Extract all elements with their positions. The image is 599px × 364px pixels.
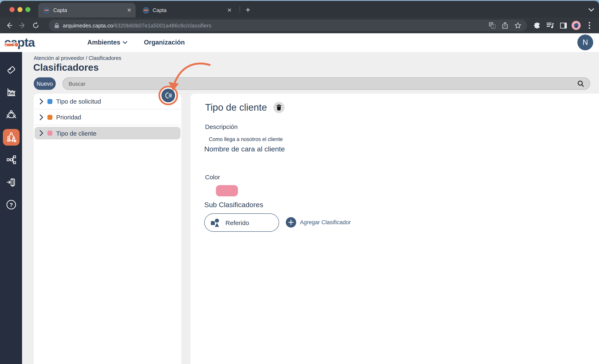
capta-logo-text: capta	[4, 35, 35, 49]
profile-avatar[interactable]	[572, 21, 581, 30]
chevron-right-icon[interactable]	[40, 130, 44, 136]
url-path: /6320b60b07e1a5001a486c8c/classifiers	[113, 22, 211, 29]
collapse-list-icon	[164, 92, 172, 99]
classifier-color-swatch	[47, 115, 53, 120]
tree-item-tipo-de-cliente[interactable]: Tipo de cliente	[34, 125, 181, 141]
capta-logo-knob-right	[15, 43, 18, 47]
add-classifier-button[interactable]: Agregar Clasificador	[286, 217, 351, 228]
client-name-label: Nombre de cara al cliente	[204, 145, 285, 153]
tab-search-chevron-icon[interactable]	[587, 6, 595, 14]
back-icon[interactable]	[5, 21, 13, 29]
url-domain: arquimedes.capta.co	[63, 22, 113, 29]
sidebar-item-flowchart[interactable]	[3, 151, 19, 168]
nav-ambientes-label: Ambientes	[87, 39, 120, 46]
address-bar[interactable]: arquimedes.capta.co/6320b60b07e1a5001a48…	[49, 19, 527, 31]
capta-favicon	[143, 7, 149, 14]
screenshot-root: Capta ✕ Capta ✕ +	[0, 0, 599, 364]
nav-organizacion-label: Organización	[144, 39, 185, 46]
sidebar-item-tickets[interactable]	[3, 62, 19, 78]
description-value[interactable]: Como llega a nosotros el cliente	[209, 136, 283, 142]
icon-sidebar: ?	[0, 52, 22, 364]
tab-close-icon[interactable]: ✕	[227, 8, 232, 13]
translate-icon[interactable]: G文	[489, 22, 495, 29]
sidebar-item-classifiers[interactable]	[3, 129, 19, 146]
classifier-detail-panel: Tipo de cliente Descripción Como llega a…	[191, 94, 599, 364]
detail-title: Tipo de cliente	[205, 102, 267, 113]
tab-title: Capta	[53, 7, 127, 13]
add-classifier-label: Agregar Clasificador	[300, 219, 351, 225]
capta-logo[interactable]: capta	[4, 35, 35, 50]
nav-ambientes[interactable]: Ambientes	[87, 39, 127, 46]
tree-item-prioridad[interactable]: Prioridad	[34, 109, 181, 125]
tab-close-icon[interactable]: ✕	[127, 8, 132, 13]
search-icon[interactable]	[577, 80, 584, 87]
color-label: Color	[205, 173, 220, 181]
side-panel-icon[interactable]	[559, 21, 567, 29]
reload-icon[interactable]	[32, 21, 40, 29]
plus-icon	[286, 217, 296, 228]
bookmark-star-icon[interactable]	[515, 22, 521, 29]
sidebar-item-team[interactable]	[3, 107, 19, 123]
trash-icon	[276, 104, 282, 111]
close-window-button[interactable]	[9, 7, 15, 12]
color-value-swatch[interactable]	[216, 185, 238, 196]
chevron-right-icon[interactable]	[40, 98, 44, 104]
tab-divider	[240, 6, 240, 13]
description-label: Descripción	[205, 123, 238, 130]
media-playlist-icon[interactable]	[546, 21, 555, 29]
tab-capta-active[interactable]: Capta ✕	[38, 3, 136, 18]
app-content: ? Atención al proveedor / Clasificadores…	[0, 52, 599, 364]
zoom-window-button[interactable]	[25, 7, 30, 12]
new-tab-button[interactable]: +	[243, 6, 253, 14]
tree-item-label: Tipo de cliente	[56, 130, 97, 137]
sub-classifiers-label: Sub Clasificadores	[204, 201, 263, 209]
delete-classifier-button[interactable]	[273, 102, 284, 113]
classifiers-page: Atención al proveedor / Clasificadores C…	[22, 52, 599, 364]
classifier-color-swatch	[47, 131, 53, 136]
tree-item-selected-highlight[interactable]: Tipo de cliente	[35, 127, 181, 139]
tree-item-label: Prioridad	[56, 114, 81, 121]
app-header: capta Ambientes Organización N	[0, 33, 599, 52]
chevron-right-icon[interactable]	[40, 114, 44, 120]
collapse-tree-button[interactable]	[161, 89, 175, 102]
classifier-tree-panel: Tipo de solicitud Prioridad	[34, 94, 181, 364]
tab-capta-inactive[interactable]: Capta ✕	[139, 3, 236, 18]
nav-organizacion[interactable]: Organización	[144, 39, 185, 46]
annotation-highlight-ring	[159, 86, 178, 105]
sub-classifier-referido[interactable]: Referido	[204, 213, 279, 232]
share-icon[interactable]	[502, 22, 508, 29]
svg-text:?: ?	[9, 202, 13, 208]
page-title: Clasificadores	[33, 62, 99, 73]
minimize-window-button[interactable]	[18, 7, 22, 12]
search-input[interactable]	[63, 80, 577, 87]
url-text: arquimedes.capta.co/6320b60b07e1a5001a48…	[63, 22, 211, 29]
svg-text:文: 文	[492, 25, 495, 28]
user-avatar[interactable]: N	[577, 35, 593, 50]
new-classifier-button[interactable]: Nuevo	[34, 77, 56, 90]
logout-door-icon	[6, 177, 17, 188]
tree-item-label: Tipo de solicitud	[56, 98, 101, 105]
ticket-icon	[6, 64, 17, 75]
flowchart-icon	[6, 154, 17, 165]
capta-favicon	[43, 7, 50, 14]
forward-icon[interactable]	[18, 21, 27, 29]
shapes-icon	[211, 217, 221, 228]
sidebar-item-analytics[interactable]	[3, 84, 19, 101]
chevron-down-icon	[123, 41, 127, 44]
sidebar-item-logout[interactable]	[3, 174, 19, 191]
breadcrumb: Atención al proveedor / Clasificadores	[34, 55, 121, 61]
lock-icon	[54, 23, 59, 28]
classifier-tree-icon	[5, 132, 17, 143]
tab-title: Capta	[153, 7, 227, 13]
browser-toolbar: arquimedes.capta.co/6320b60b07e1a5001a48…	[0, 18, 599, 33]
tab-strip: Capta ✕ Capta ✕ +	[0, 1, 599, 18]
help-icon: ?	[5, 199, 17, 211]
analytics-icon	[6, 87, 17, 98]
team-icon	[6, 109, 17, 120]
browser-menu-dots-icon[interactable]	[587, 21, 592, 30]
sub-classifier-label: Referido	[225, 219, 249, 226]
classifier-color-swatch	[47, 99, 53, 104]
search-bar[interactable]	[62, 77, 590, 90]
extensions-puzzle-icon[interactable]	[533, 21, 541, 29]
sidebar-item-help[interactable]: ?	[3, 196, 19, 213]
